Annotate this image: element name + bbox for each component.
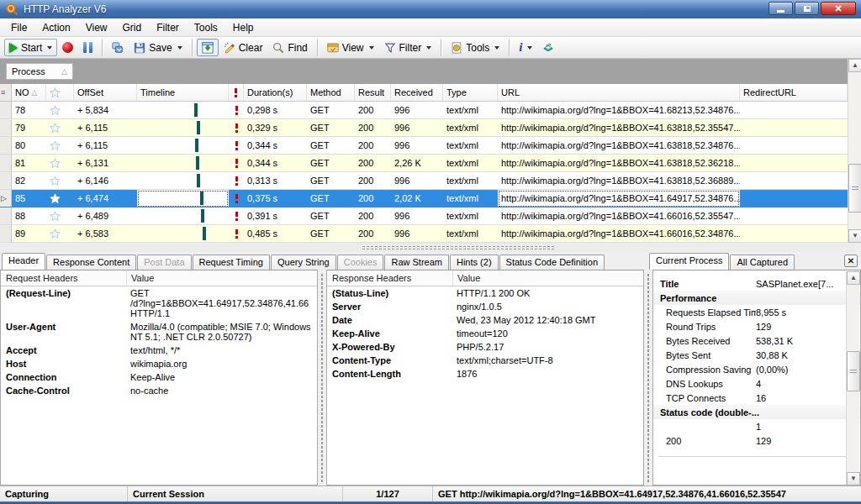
- list-item[interactable]: Accept text/html, */*: [1, 344, 317, 357]
- value-column[interactable]: Value: [453, 273, 480, 283]
- scroll-up-button[interactable]: ▲: [847, 271, 860, 285]
- list-item[interactable]: 200 129: [653, 433, 860, 448]
- scroll-down-button[interactable]: ▼: [847, 472, 860, 486]
- vertical-splitter[interactable]: [644, 270, 652, 486]
- restore-button[interactable]: [795, 2, 819, 15]
- horizontal-splitter[interactable]: [0, 243, 861, 252]
- star-toggle[interactable]: [46, 137, 74, 155]
- list-item[interactable]: Compression Saving (0,00%): [653, 362, 860, 376]
- column-received[interactable]: Received: [391, 84, 443, 101]
- record-button[interactable]: [57, 39, 78, 56]
- vertical-splitter[interactable]: [318, 270, 326, 486]
- list-item[interactable]: Bytes Sent 30,88 K: [653, 348, 860, 362]
- find-button[interactable]: Find: [267, 39, 312, 56]
- request-headers-column[interactable]: Request Headers: [1, 270, 127, 286]
- table-row[interactable]: 82 + 6,146 0,313 s GET 200 996 text/xml …: [0, 172, 848, 190]
- clear-button[interactable]: Clear: [219, 39, 268, 56]
- column-state[interactable]: ≡: [0, 84, 12, 101]
- list-item[interactable]: (Request-Line) GET /d?lng=1&BBOX=41.6491…: [1, 286, 317, 320]
- tab-raw-stream[interactable]: Raw Stream: [384, 255, 449, 270]
- save-button[interactable]: Save: [129, 39, 187, 56]
- scroll-up-button[interactable]: ▲: [848, 59, 861, 72]
- info-button[interactable]: i: [514, 39, 537, 56]
- list-item[interactable]: Content-Type text/xml;charset=UTF-8: [327, 354, 643, 367]
- list-item[interactable]: Server nginx/1.0.5: [327, 300, 643, 313]
- minimize-button[interactable]: [769, 2, 793, 15]
- star-toggle[interactable]: [46, 207, 74, 225]
- table-row[interactable]: 80 + 6,115 0,344 s GET 200 996 text/xml …: [0, 137, 848, 155]
- column-result[interactable]: Result: [355, 84, 391, 101]
- table-row-selected[interactable]: ▷ 85 + 6,474 0,375 s GET 200 2,02 K text…: [0, 190, 848, 207]
- list-item[interactable]: Keep-Alive timeout=120: [327, 327, 643, 340]
- table-row[interactable]: 89 + 6,583 0,485 s GET 200 996 text/xml …: [0, 225, 848, 243]
- list-item[interactable]: Host wikimapia.org: [1, 357, 317, 370]
- list-item[interactable]: Content-Length 1876: [327, 367, 643, 381]
- tab-request-timing[interactable]: Request Timing: [193, 255, 270, 270]
- list-item[interactable]: Cache-Control no-cache: [1, 384, 317, 397]
- start-button[interactable]: Start: [4, 39, 57, 56]
- tools-button[interactable]: Tools: [446, 39, 504, 56]
- star-toggle[interactable]: [46, 172, 74, 190]
- tab-all-captured[interactable]: All Captured: [730, 255, 795, 270]
- grid-scrollbar[interactable]: ▲ ▼: [848, 59, 861, 243]
- star-toggle[interactable]: [46, 119, 74, 137]
- star-toggle[interactable]: [46, 102, 74, 119]
- column-alert[interactable]: [229, 84, 244, 101]
- table-row[interactable]: 81 + 6,131 0,344 s GET 200 2,26 K text/x…: [0, 155, 848, 172]
- menu-filter[interactable]: Filter: [149, 19, 187, 36]
- filter-button[interactable]: Filter: [379, 39, 437, 56]
- status-code-section[interactable]: Status code (double-...: [653, 405, 860, 419]
- menu-tools[interactable]: Tools: [187, 19, 225, 36]
- column-type[interactable]: Type: [443, 84, 498, 101]
- tab-query-string[interactable]: Query String: [271, 255, 336, 270]
- menu-help[interactable]: Help: [225, 19, 261, 36]
- column-method[interactable]: Method: [307, 84, 355, 101]
- column-duration[interactable]: Duration(s): [244, 84, 307, 101]
- menu-grid[interactable]: Grid: [115, 19, 150, 36]
- list-item[interactable]: Date Wed, 23 May 2012 12:40:18 GMT: [327, 313, 643, 327]
- tab-response-content[interactable]: Response Content: [46, 255, 136, 270]
- list-item[interactable]: (Status-Line) HTTP/1.1 200 OK: [327, 286, 643, 300]
- view-button[interactable]: View: [322, 39, 379, 56]
- list-item[interactable]: DNS Lookups 4: [653, 376, 860, 391]
- tab-status-code-definition[interactable]: Status Code Definition: [499, 255, 605, 270]
- tab-hints[interactable]: Hints (2): [450, 255, 499, 270]
- table-row[interactable]: 88 + 6,489 0,391 s GET 200 996 text/xml …: [0, 207, 848, 225]
- tab-cookies[interactable]: Cookies: [337, 255, 384, 270]
- help-button[interactable]: [537, 39, 559, 56]
- tab-current-process[interactable]: Current Process: [649, 253, 729, 270]
- column-redirect-url[interactable]: RedirectURL: [740, 84, 848, 101]
- side-panel-close-button[interactable]: ✕: [844, 255, 858, 267]
- column-no[interactable]: NO△: [12, 84, 46, 101]
- scrollbar-thumb[interactable]: [847, 351, 860, 391]
- scroll-down-button[interactable]: ▼: [848, 229, 861, 243]
- value-column[interactable]: Value: [127, 273, 154, 283]
- title-bar[interactable]: HTTP Analyzer V6 ✕: [0, 0, 861, 18]
- star-toggle[interactable]: [46, 155, 74, 172]
- menu-action[interactable]: Action: [34, 19, 77, 36]
- response-headers-column[interactable]: Response Headers: [327, 270, 453, 286]
- table-row[interactable]: 78 + 5,834 0,298 s GET 200 996 text/xml …: [0, 102, 848, 119]
- list-item[interactable]: Bytes Received 538,31 K: [653, 333, 860, 348]
- column-offset[interactable]: OffSet: [74, 84, 137, 101]
- menu-file[interactable]: File: [3, 19, 34, 36]
- group-by-process[interactable]: Process △: [6, 63, 73, 80]
- menu-view[interactable]: View: [78, 19, 115, 36]
- list-item[interactable]: Connection Keep-Alive: [1, 370, 317, 384]
- column-timeline[interactable]: Timeline: [137, 84, 229, 101]
- column-url[interactable]: URL: [498, 84, 740, 101]
- star-toggle[interactable]: [46, 190, 74, 207]
- close-button[interactable]: ✕: [821, 2, 856, 15]
- list-item[interactable]: Round Trips 129: [653, 319, 860, 333]
- list-item[interactable]: Title SASPlanet.exe[7...: [653, 276, 860, 291]
- column-star[interactable]: [46, 84, 74, 101]
- tab-header[interactable]: Header: [2, 253, 45, 270]
- performance-section[interactable]: Performance: [653, 291, 860, 305]
- autoscroll-toggle[interactable]: [197, 39, 219, 56]
- scrollbar-thumb[interactable]: [848, 164, 861, 213]
- side-panel-scrollbar[interactable]: ▲ ▼: [846, 271, 859, 486]
- star-toggle[interactable]: [46, 225, 74, 243]
- list-item[interactable]: TCP Connects 16: [653, 391, 860, 405]
- pause-button[interactable]: [78, 39, 98, 56]
- list-item[interactable]: 1: [653, 419, 860, 433]
